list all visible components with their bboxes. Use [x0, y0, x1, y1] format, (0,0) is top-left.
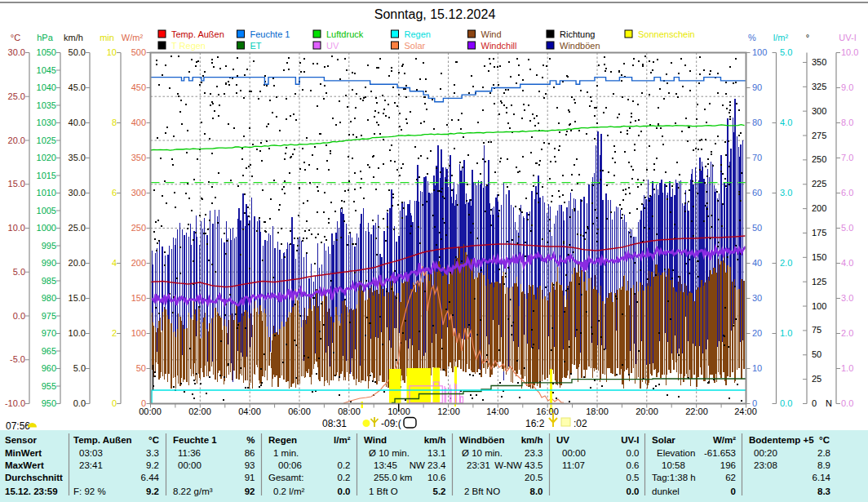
svg-text:hPa: hPa	[37, 33, 53, 42]
svg-text:5.0: 5.0	[13, 267, 25, 277]
svg-text:950: 950	[42, 398, 56, 408]
svg-text:10: 10	[107, 47, 117, 57]
svg-text:Richtung: Richtung	[560, 29, 595, 39]
svg-text:1035: 1035	[37, 100, 56, 110]
svg-text:%: %	[748, 33, 756, 42]
svg-text:1040: 1040	[37, 82, 56, 92]
svg-text:13.1: 13.1	[427, 448, 445, 458]
svg-text:8.9: 8.9	[817, 460, 830, 470]
svg-text:0.2 l/m²: 0.2 l/m²	[273, 486, 305, 496]
svg-text:W/m²: W/m²	[713, 435, 736, 445]
svg-text:08:00: 08:00	[338, 406, 361, 416]
svg-text:22:00: 22:00	[685, 406, 708, 416]
svg-text:Ø 10 min.: Ø 10 min.	[462, 448, 503, 458]
svg-text:1000: 1000	[37, 223, 56, 233]
svg-text:60: 60	[752, 188, 762, 198]
svg-text:990: 990	[42, 258, 56, 268]
svg-text:0.0: 0.0	[627, 486, 640, 496]
svg-text:2 Bft NO: 2 Bft NO	[464, 486, 500, 496]
svg-text:3.3: 3.3	[146, 448, 159, 458]
svg-text:W-NW 43.5: W-NW 43.5	[494, 460, 542, 470]
svg-text:350: 350	[812, 57, 826, 67]
svg-text:10.0: 10.0	[69, 328, 86, 338]
svg-text:955: 955	[42, 381, 56, 391]
svg-text:23:41: 23:41	[79, 460, 103, 470]
svg-text:12:00: 12:00	[437, 406, 460, 416]
svg-text:5.0: 5.0	[73, 363, 86, 373]
svg-text:5.2: 5.2	[433, 486, 446, 496]
svg-text:Regen: Regen	[268, 435, 297, 445]
svg-text:F: 92 %: F: 92 %	[73, 486, 106, 496]
svg-text:100: 100	[812, 301, 826, 311]
svg-text:1.0: 1.0	[841, 363, 853, 373]
svg-text:Windböen: Windböen	[560, 41, 600, 51]
svg-text:6: 6	[112, 188, 117, 198]
svg-text:0.0: 0.0	[780, 398, 792, 408]
svg-text:°C: °C	[148, 435, 159, 445]
svg-text:4: 4	[112, 258, 117, 268]
svg-text:Tag:1:38 h: Tag:1:38 h	[652, 473, 696, 482]
svg-text:00:00: 00:00	[562, 448, 586, 458]
svg-text:Elevation: Elevation	[657, 448, 695, 458]
svg-text:500: 500	[131, 47, 146, 57]
svg-text:6.0: 6.0	[841, 188, 853, 198]
svg-text:23.3: 23.3	[525, 448, 542, 458]
svg-text:6.14: 6.14	[813, 473, 831, 482]
svg-text:Windböen: Windböen	[459, 435, 504, 445]
svg-text:-61.653: -61.653	[704, 448, 736, 458]
svg-text:°C: °C	[819, 435, 830, 445]
svg-text:93: 93	[245, 460, 255, 470]
svg-text:300: 300	[131, 188, 146, 198]
svg-text:UV-I: UV-I	[621, 435, 639, 445]
svg-text:7.0: 7.0	[841, 153, 853, 162]
svg-text:l/m²: l/m²	[334, 435, 351, 445]
svg-text:dunkel: dunkel	[652, 486, 680, 496]
svg-text:25.0: 25.0	[69, 223, 86, 233]
svg-text:9.2: 9.2	[146, 460, 159, 470]
svg-text:1020: 1020	[37, 153, 56, 162]
svg-text:0: 0	[812, 398, 817, 408]
svg-text:25.0: 25.0	[8, 91, 25, 101]
svg-text:200: 200	[812, 203, 826, 213]
svg-text:3.0: 3.0	[780, 188, 792, 198]
svg-text:11:07: 11:07	[562, 460, 585, 470]
svg-text:Solar: Solar	[405, 41, 426, 51]
svg-text:Wind: Wind	[481, 29, 502, 39]
svg-text:04:00: 04:00	[238, 406, 261, 416]
svg-text:40.0: 40.0	[69, 118, 86, 127]
svg-text:Gesamt:: Gesamt:	[268, 473, 303, 482]
svg-text:Wind: Wind	[364, 435, 387, 445]
svg-text:275: 275	[812, 131, 826, 140]
svg-text:100: 100	[752, 47, 767, 57]
svg-text:150: 150	[131, 293, 146, 303]
svg-text:970: 970	[42, 328, 56, 338]
svg-text:13:45: 13:45	[374, 460, 397, 470]
svg-text:4.0: 4.0	[841, 258, 853, 268]
svg-text:3.0: 3.0	[841, 293, 853, 303]
svg-text:80: 80	[752, 118, 762, 127]
svg-text:250: 250	[131, 223, 146, 233]
svg-text:10:58: 10:58	[662, 460, 685, 470]
svg-text:75: 75	[812, 325, 822, 335]
svg-text:Temp. Außen: Temp. Außen	[171, 29, 224, 39]
svg-text:1 Bft O: 1 Bft O	[369, 486, 398, 496]
svg-text:Windchill: Windchill	[481, 41, 517, 51]
svg-text:985: 985	[42, 276, 56, 286]
svg-text:0.0: 0.0	[13, 311, 25, 321]
svg-text:150: 150	[812, 252, 826, 262]
svg-text:175: 175	[812, 228, 826, 238]
svg-text:1030: 1030	[37, 118, 56, 127]
svg-text:Bodentemp +5: Bodentemp +5	[749, 435, 814, 445]
svg-text:1010: 1010	[37, 188, 56, 198]
svg-text:Sonntag, 15.12.2024: Sonntag, 15.12.2024	[374, 7, 496, 21]
svg-text:9.2: 9.2	[146, 486, 159, 496]
svg-text:350: 350	[131, 153, 146, 162]
svg-text:00:20: 00:20	[754, 448, 777, 458]
svg-text:0.0: 0.0	[627, 448, 640, 458]
svg-text:0.2: 0.2	[338, 460, 351, 470]
svg-text:8.3: 8.3	[817, 486, 830, 496]
svg-text:08:31: 08:31	[322, 418, 347, 429]
svg-text:70: 70	[752, 153, 762, 162]
svg-text:20.5: 20.5	[525, 473, 542, 482]
svg-text:23:31: 23:31	[467, 460, 490, 470]
